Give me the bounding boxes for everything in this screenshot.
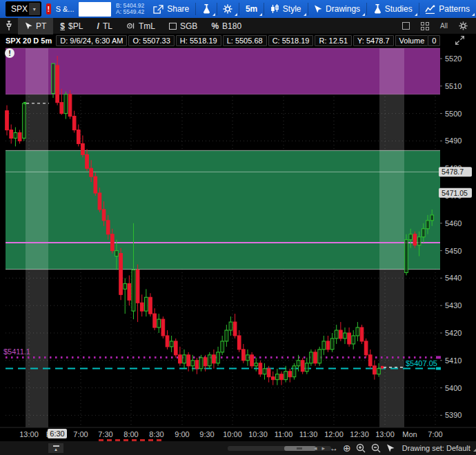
pin-toolbar-button[interactable] [0,18,18,34]
candle-body [77,130,80,143]
price-tick-label: 5410 [445,356,462,365]
pointer-icon[interactable] [386,444,395,453]
zoom-in-icon[interactable] [356,443,366,454]
interval-button[interactable]: 5m [239,0,264,18]
expand-chart-icon[interactable] [455,35,465,46]
drawings-button[interactable]: Drawings [308,0,366,18]
candle-body [60,103,63,114]
tool-tl-label: TL [103,21,112,31]
candle-body [377,369,381,374]
candle-body [199,358,203,369]
candle-body [86,154,89,168]
symbol-dropdown[interactable]: SPX ▾ [6,1,41,17]
demand-zone[interactable] [6,150,440,269]
time-tick-label: 8:30 [149,430,163,438]
chevron-down-icon[interactable]: ▾ [29,3,40,15]
candle-body [405,240,408,273]
candle-body [301,361,304,372]
info-range: R: 12.51 [315,35,352,46]
price-tick-label: 5420 [445,329,462,337]
price-axis-bubble-label: 5471.05 [442,189,468,197]
drawing-set-selector[interactable]: Drawing set: Default [402,444,476,452]
candle-body [271,377,275,380]
studies-button[interactable]: Studies [367,0,419,18]
candle-body [81,143,85,154]
candle-body [280,374,284,380]
symbol-value: SPX [6,4,29,14]
horizontal-expand-icon[interactable]: ↔ [330,443,338,453]
tool-tml-button[interactable]: TmL [119,18,162,34]
candle-body [233,322,237,336]
beaker-icon [202,4,210,14]
grid-layout-icon[interactable] [421,22,429,30]
tool-pl-button[interactable]: $ $PL [53,18,90,34]
candle-body [360,327,364,341]
price-tick-label: 5460 [445,219,462,228]
candle-body [409,234,413,240]
gear-icon [223,4,232,14]
tool-sgb-button[interactable]: SGB [162,18,204,34]
interval-label: 5m [246,4,257,14]
alert-badge-icon[interactable]: ! [46,3,51,14]
candle-body [306,363,309,372]
price-tick-label: 5430 [445,301,462,310]
candle-body [314,352,317,363]
time-tick-label: 11:30 [299,430,318,438]
maximize-cell-icon[interactable] [402,22,410,30]
tool-tl-button[interactable]: / TL [90,18,119,34]
candle-body [250,355,254,366]
time-tick-label: 10:30 [248,430,268,438]
candle-body [166,336,169,347]
time-tick-label: 7:00 [428,430,442,438]
info-close: C: 5518.19 [268,35,314,46]
scrollbar-thumb[interactable] [284,446,316,451]
candle-body [229,322,232,330]
all-button[interactable]: All [440,22,448,30]
style-label: Style [283,4,301,14]
time-tick-label: 13:00 [375,430,395,438]
candle-body [344,333,347,338]
purple-dotted-level-line-label: $5411.1 [3,347,30,356]
pan-icon[interactable]: ⊕ [343,443,351,454]
collapse-panel-icon[interactable]: ▴ [48,443,63,453]
zoom-out-icon[interactable] [371,443,381,454]
candle-body [149,297,152,314]
beaker-button[interactable] [196,0,217,18]
candle-body [183,355,186,363]
candle-body [145,297,148,311]
candle-body [267,369,270,377]
gear-icon[interactable] [459,21,468,30]
settings-button[interactable] [217,0,239,18]
price-tick-label: 5490 [445,136,462,145]
price-tick-label: 5520 [445,54,462,63]
trendline-icon: / [97,21,99,31]
pin-icon [6,21,12,31]
candle-body [128,283,131,300]
bid-ask-block: B: 5404.92 A: 5549.42 [116,3,144,15]
candle-body [23,103,26,139]
price-chart[interactable]: $5411.1$5407.055520551055005490548054705… [0,47,476,441]
percent-icon: % [211,21,219,31]
price-axis[interactable] [442,47,476,441]
scroll-left-icon[interactable]: ◂ [314,445,317,452]
scroll-right-icon[interactable]: ▸ [322,445,326,452]
candle-body [364,341,368,355]
blank-field[interactable] [79,2,112,17]
price-tick-label: 5450 [445,247,462,255]
candle-body [157,319,161,327]
tool-b180-button[interactable]: % B180 [204,18,248,34]
candle-body [221,341,224,352]
candle-body [64,94,68,114]
price-tick-label: 5500 [445,110,462,118]
candle-body [288,372,292,377]
supply-zone[interactable] [6,48,440,94]
style-button[interactable]: Style [264,0,308,18]
patterns-button[interactable]: Patterns [419,0,476,18]
share-button[interactable]: Share [147,0,195,18]
tool-pt-button[interactable]: PT [18,18,53,34]
tool-b180-label: B180 [222,21,241,31]
drawing-toolbar: PT $ $PL / TL TmL SGB % B180 [0,18,476,34]
time-tick-label: 12:30 [350,430,369,438]
candle-body [115,251,119,256]
studies-label: Studies [385,4,413,14]
